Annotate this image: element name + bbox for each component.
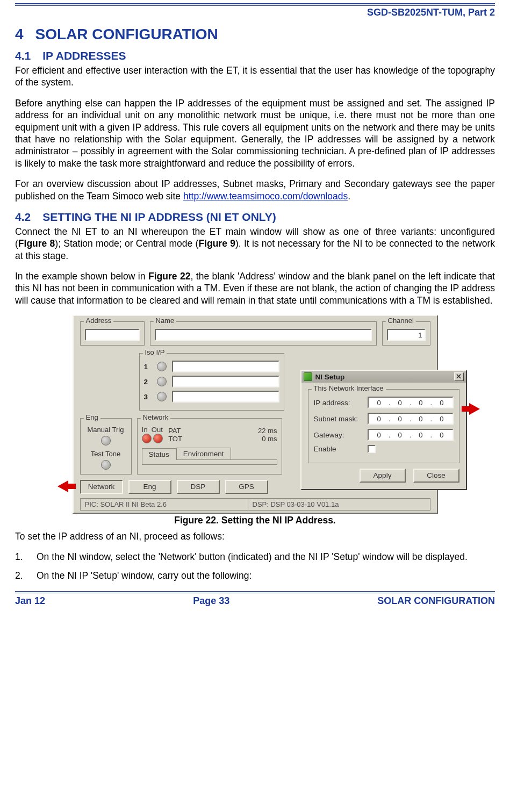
para: For efficient and effective user interac… <box>15 64 495 89</box>
iso-input-1[interactable] <box>172 361 279 372</box>
net-out-led <box>153 434 163 443</box>
pic-status: PIC: SOLAR II NI Beta 2.6 <box>81 499 248 510</box>
close-icon[interactable]: ✕ <box>454 372 464 381</box>
name-group: Name <box>150 321 377 346</box>
environment-tab[interactable]: Environment <box>176 448 231 459</box>
manual-trig-label: Manual Trig <box>85 426 127 434</box>
ip-address-row: IP address: 0. 0. 0. 0 <box>314 397 454 408</box>
list-item: 1.On the NI window, select the 'Network'… <box>15 551 495 563</box>
arrow-ip-indicator-icon <box>469 403 480 415</box>
channel-group: Channel 1 <box>382 321 430 346</box>
eng-group: Eng Manual Trig Test Tone <box>80 418 132 475</box>
gateway-input[interactable]: 0. 0. 0. 0 <box>368 429 454 441</box>
enable-checkbox[interactable] <box>368 445 376 453</box>
channel-input[interactable]: 1 <box>387 329 426 341</box>
para: In the example shown below in Figure 22,… <box>15 270 495 306</box>
para: Before anything else can happen the IP a… <box>15 97 495 169</box>
iso-led-3 <box>157 392 167 401</box>
iso-row-3: 3 <box>144 391 279 403</box>
dsp-button[interactable]: DSP <box>177 480 220 494</box>
ni-setup-dialog: NI Setup ✕ This Network Interface IP add… <box>300 370 467 490</box>
status-tab[interactable]: Status <box>142 448 176 460</box>
ip-address-input[interactable]: 0. 0. 0. 0 <box>368 397 454 408</box>
iso-input-3[interactable] <box>172 391 279 403</box>
figure-caption: Figure 22. Setting the NI IP Address. <box>15 515 495 526</box>
subnet-mask-input[interactable]: 0. 0. 0. 0 <box>368 413 454 425</box>
net-in-led <box>142 434 152 443</box>
gateway-row: Gateway: 0. 0. 0. 0 <box>314 429 454 441</box>
ni-setup-icon <box>304 372 312 381</box>
page-footer: Jan 12 Page 33 SOLAR CONFIGURATION <box>15 593 495 607</box>
section-4-1-heading: 4.1IP ADDRESSES <box>15 49 495 62</box>
iso-led-2 <box>157 377 167 386</box>
network-button[interactable]: Network <box>80 480 123 494</box>
gps-button[interactable]: GPS <box>225 480 268 494</box>
dsp-status: DSP: DSP 03-03-10 V01.1a <box>248 499 343 510</box>
footer-section: SOLAR CONFIGURATION <box>377 595 495 607</box>
iso-led-1 <box>157 362 167 371</box>
iso-row-2: 2 <box>144 376 279 387</box>
doc-id: SGD-SB2025NT-TUM, Part 2 <box>15 6 495 20</box>
figure-22: Address Name Channel 1 Iso I/P 1 <box>15 315 495 514</box>
steps-list: 1.On the NI window, select the 'Network'… <box>15 551 495 581</box>
address-group: Address <box>80 321 145 346</box>
para: Connect the NI ET to an NI whereupon the… <box>15 226 495 262</box>
test-tone-label: Test Tone <box>85 450 127 458</box>
iso-ip-group: Iso I/P 1 2 3 <box>139 353 284 411</box>
address-input[interactable] <box>85 329 140 341</box>
list-item: 2.On the NI IP 'Setup' window, carry out… <box>15 570 495 581</box>
this-ni-group: This Network Interface IP address: 0. 0.… <box>308 389 459 463</box>
enable-row: Enable <box>314 445 454 453</box>
test-tone-led <box>101 460 111 470</box>
manual-trig-led <box>101 436 111 445</box>
status-bar: PIC: SOLAR II NI Beta 2.6 DSP: DSP 03-03… <box>80 498 430 511</box>
para: To set the IP address of an NI, proceed … <box>15 530 495 542</box>
subnet-mask-row: Subnet mask: 0. 0. 0. 0 <box>314 413 454 425</box>
close-button[interactable]: Close <box>413 469 459 483</box>
iso-row-1: 1 <box>144 361 279 372</box>
section-4-heading: 4SOLAR CONFIGURATION <box>15 26 495 43</box>
ni-setup-titlebar: NI Setup ✕ <box>301 371 466 383</box>
network-group: Network In Out PAT TOT 22 ms 0 ms <box>137 418 282 475</box>
ni-main-window: Address Name Channel 1 Iso I/P 1 <box>73 315 438 514</box>
para: For an overview discussion about IP addr… <box>15 178 495 202</box>
arrow-network-indicator-icon <box>58 480 68 492</box>
eng-button[interactable]: Eng <box>128 480 171 494</box>
network-tabs: Status Environment <box>142 448 277 459</box>
iso-input-2[interactable] <box>172 376 279 387</box>
apply-button[interactable]: Apply <box>360 469 406 483</box>
ni-setup-title: NI Setup <box>315 373 451 381</box>
section-4-2-heading: 4.2SETTING THE NI IP ADDRESS (NI ET ONLY… <box>15 211 495 224</box>
name-input[interactable] <box>155 329 372 341</box>
downloads-link[interactable]: http://www.teamsimoco.com/downloads <box>183 191 348 202</box>
footer-date: Jan 12 <box>15 595 45 607</box>
footer-page: Page 33 <box>45 595 377 607</box>
